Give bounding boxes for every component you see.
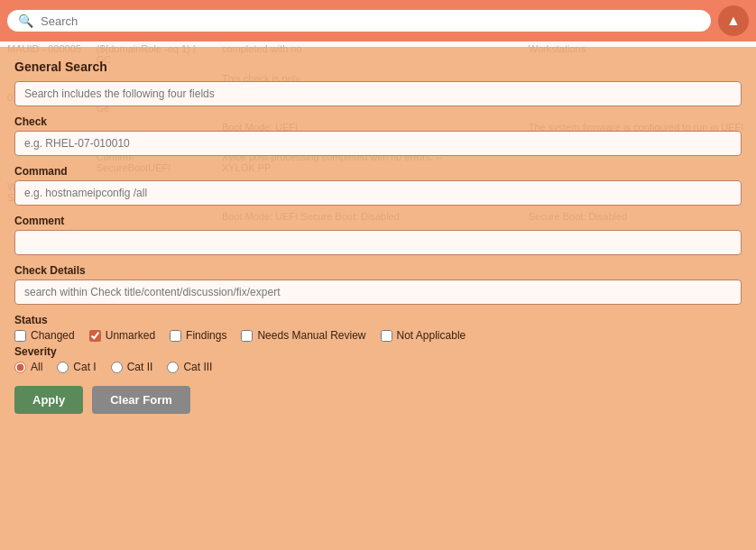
status-checkbox-changed[interactable] [14, 330, 26, 342]
status-option-not-applicable[interactable]: Not Applicable [381, 329, 466, 342]
severity-option-cat1[interactable]: Cat I [57, 361, 96, 373]
status-option-label-changed: Changed [31, 329, 75, 342]
check-details-input[interactable] [14, 280, 742, 305]
severity-radio-cat3[interactable] [167, 362, 179, 373]
status-option-label-needs-manual-review: Needs Manual Review [257, 329, 365, 342]
status-checkbox-not-applicable[interactable] [381, 330, 392, 342]
severity-option-label-cat2: Cat II [127, 361, 153, 373]
severity-radio-cat1[interactable] [57, 362, 69, 373]
search-bar: 🔍 [7, 10, 711, 32]
severity-radios: AllCat ICat IICat III [14, 361, 742, 373]
filter-panel: General Search Check Command Comment Che… [0, 47, 756, 550]
general-search-field [14, 81, 742, 115]
severity-option-label-all: All [31, 361, 42, 373]
status-option-needs-manual-review[interactable]: Needs Manual Review [241, 329, 365, 342]
severity-radio-cat2[interactable] [111, 362, 123, 373]
clear-form-button[interactable]: Clear Form [92, 386, 190, 414]
check-label: Check [14, 115, 742, 128]
apply-button[interactable]: Apply [14, 386, 83, 414]
severity-option-cat3[interactable]: Cat III [167, 361, 212, 373]
status-label: Status [14, 314, 742, 326]
comment-label: Comment [14, 215, 742, 227]
top-right-button[interactable]: ▲ [718, 5, 749, 36]
severity-option-cat2[interactable]: Cat II [111, 361, 153, 373]
command-input[interactable] [14, 180, 742, 206]
command-label: Command [14, 165, 742, 178]
search-input[interactable] [41, 14, 700, 28]
status-checkboxes: ChangedUnmarkedFindingsNeeds Manual Revi… [14, 329, 742, 342]
action-buttons: Apply Clear Form [14, 386, 742, 414]
severity-option-label-cat3: Cat III [183, 361, 212, 373]
check-input[interactable] [14, 131, 742, 156]
status-checkbox-findings[interactable] [170, 330, 181, 342]
severity-label: Severity [14, 345, 742, 358]
check-details-label: Check Details [14, 264, 742, 277]
status-option-label-findings: Findings [186, 329, 226, 342]
severity-option-all[interactable]: All [14, 361, 42, 373]
general-search-input[interactable] [14, 81, 742, 106]
status-option-unmarked[interactable]: Unmarked [89, 329, 155, 342]
status-option-findings[interactable]: Findings [170, 329, 226, 342]
status-checkbox-unmarked[interactable] [89, 330, 101, 342]
status-checkbox-needs-manual-review[interactable] [241, 330, 253, 342]
severity-radio-all[interactable] [14, 362, 26, 373]
status-option-label-unmarked: Unmarked [106, 329, 155, 342]
search-icon: 🔍 [18, 14, 33, 28]
search-bar-container: 🔍 ▲ [0, 0, 756, 41]
status-option-changed[interactable]: Changed [14, 329, 75, 342]
comment-input[interactable] [14, 230, 742, 255]
status-option-label-not-applicable: Not Applicable [397, 329, 466, 342]
severity-option-label-cat1: Cat I [73, 361, 96, 373]
filter-section-title: General Search [14, 60, 742, 74]
